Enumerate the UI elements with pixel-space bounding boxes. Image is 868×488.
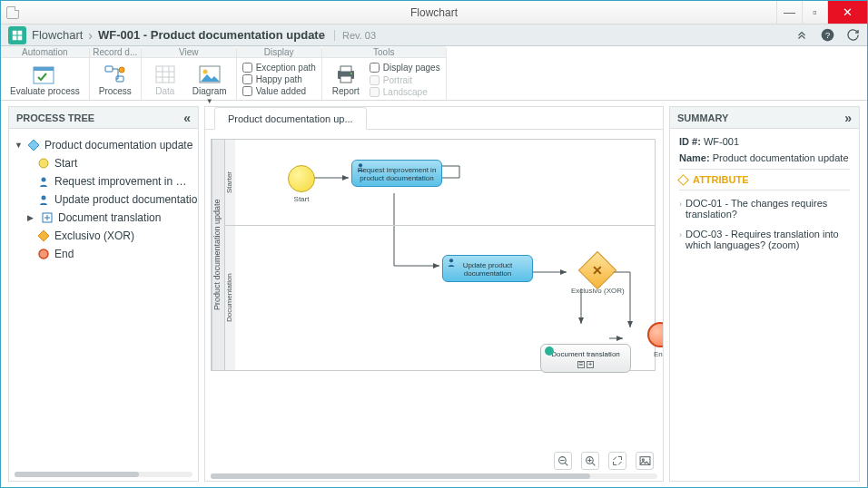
diagram-tab[interactable]: Product documentation up... xyxy=(214,107,367,130)
happy-path-checkbox[interactable]: Happy path xyxy=(242,74,316,84)
process-button[interactable]: Process xyxy=(95,62,135,98)
svg-point-14 xyxy=(39,159,48,168)
summary-panel: SUMMARY » ID #: WF-001 Name: Product doc… xyxy=(669,106,860,482)
app-icon xyxy=(8,26,26,44)
task-update-documentation[interactable]: Update product documentation xyxy=(442,255,533,282)
svg-point-13 xyxy=(350,73,352,74)
header-bar: Flowchart › WF-001 - Product documentati… xyxy=(1,24,867,46)
ribbon-group-title: Record d... xyxy=(90,46,141,58)
report-button[interactable]: Report xyxy=(328,62,364,98)
collapse-right-icon[interactable]: » xyxy=(844,111,852,125)
calendar-check-icon xyxy=(33,63,56,85)
display-pages-checkbox[interactable]: Display pages xyxy=(370,63,440,73)
pool-title: Product documentation update xyxy=(212,140,224,370)
minimize-button[interactable]: — xyxy=(776,1,802,24)
expand-toggle[interactable]: ▶ xyxy=(27,213,36,222)
svg-point-24 xyxy=(642,459,644,461)
maximize-button[interactable]: ▫ xyxy=(802,1,827,24)
end-event[interactable]: End xyxy=(647,322,663,358)
panel-title: SUMMARY xyxy=(677,112,728,123)
user-task-icon xyxy=(447,258,456,267)
exception-path-checkbox[interactable]: Exception path xyxy=(242,63,316,73)
collapse-up-icon[interactable] xyxy=(794,28,809,43)
help-icon[interactable]: ? xyxy=(820,28,834,43)
ribbon-group-tools: Tools Report Display pages Portrait Land… xyxy=(322,48,447,100)
ribbon-group-title: Tools xyxy=(322,46,446,58)
svg-point-16 xyxy=(42,196,46,200)
tree-node-end[interactable]: End xyxy=(15,245,192,263)
svg-point-6 xyxy=(119,67,124,73)
value-added-checkbox[interactable]: Value added xyxy=(242,86,316,96)
start-event[interactable]: Start xyxy=(288,165,315,203)
gateway-xor[interactable]: ✕ Exclusivo (XOR) xyxy=(571,257,625,295)
display-options: Exception path Happy path Value added xyxy=(242,62,316,96)
chevron-right-icon[interactable]: › xyxy=(679,229,682,250)
lane-documentation[interactable]: Documentation Update product documentati… xyxy=(224,226,655,370)
image-export-button[interactable] xyxy=(636,452,654,470)
svg-rect-3 xyxy=(34,67,54,71)
diagram-button[interactable]: Diagram ▼ xyxy=(189,62,231,107)
gateway-icon xyxy=(37,229,50,242)
canvas-horizontal-scrollbar[interactable] xyxy=(211,473,657,479)
process-icon xyxy=(104,63,127,85)
lane-starter[interactable]: Starter Start Request improvement in pro… xyxy=(224,140,655,226)
svg-rect-7 xyxy=(156,66,174,83)
tree-node-xor[interactable]: Exclusivo (XOR) xyxy=(15,227,192,245)
svg-rect-11 xyxy=(340,66,351,72)
summary-header: SUMMARY » xyxy=(670,107,859,129)
ribbon-group-view: View Data Diagram ▼ xyxy=(142,48,237,100)
breadcrumb-root[interactable]: Flowchart xyxy=(32,28,83,42)
expand-toggle[interactable]: ▼ xyxy=(15,141,23,150)
refresh-icon[interactable] xyxy=(845,28,860,43)
tools-options: Display pages Portrait Landscape xyxy=(370,62,440,97)
subprocess-marker-icon xyxy=(545,346,554,356)
bpmn-pool[interactable]: Product documentation update Starter Sta… xyxy=(211,139,656,371)
user-task-icon xyxy=(37,175,50,188)
breadcrumb-separator: › xyxy=(88,28,93,43)
close-button[interactable]: ✕ xyxy=(827,1,867,24)
process-tree: ▼ Product documentation update Start Req… xyxy=(9,129,198,270)
fit-screen-button[interactable] xyxy=(608,452,626,470)
portrait-checkbox: Portrait xyxy=(370,75,440,85)
attribute-item[interactable]: › DOC-01 - The changes requires translat… xyxy=(679,196,850,221)
evaluate-process-button[interactable]: Evaluate process xyxy=(6,62,84,98)
tree-node-start[interactable]: Start xyxy=(15,154,192,172)
ribbon-group-automation: Automation Evaluate process xyxy=(1,48,90,100)
data-button: Data xyxy=(147,62,183,98)
collapse-left-icon[interactable]: « xyxy=(183,111,191,125)
process-node-icon xyxy=(27,139,40,151)
zoom-out-button[interactable] xyxy=(554,452,572,470)
tree-node-update[interactable]: Update product documentation xyxy=(15,190,192,209)
ribbon: Automation Evaluate process Record d... … xyxy=(1,46,867,101)
main-area: PROCESS TREE « ▼ Product documentation u… xyxy=(1,101,867,487)
chevron-right-icon[interactable]: › xyxy=(679,198,682,220)
panel-title: PROCESS TREE xyxy=(16,112,94,123)
attribute-section-header[interactable]: ATTRIBUTE xyxy=(679,169,850,190)
diagram-panel: Product documentation up... Product docu… xyxy=(204,106,664,482)
svg-rect-4 xyxy=(105,66,113,72)
process-tree-header: PROCESS TREE « xyxy=(9,107,198,129)
start-event-icon xyxy=(37,157,50,170)
subprocess-icon xyxy=(41,211,54,224)
svg-point-9 xyxy=(202,70,207,74)
zoom-in-button[interactable] xyxy=(581,452,599,470)
breadcrumb-revision: Rev. 03 xyxy=(334,30,376,41)
svg-rect-12 xyxy=(340,76,351,83)
user-task-icon xyxy=(356,162,365,171)
summary-name: Name: Product documentation update xyxy=(679,152,850,163)
window-buttons: — ▫ ✕ xyxy=(776,1,867,24)
lane-title: Documentation xyxy=(224,226,235,370)
process-tree-panel: PROCESS TREE « ▼ Product documentation u… xyxy=(8,106,199,482)
diagram-canvas[interactable]: Product documentation update Starter Sta… xyxy=(205,130,663,481)
tree-node-doctrans[interactable]: ▶ Document translation xyxy=(15,209,192,227)
subprocess-document-translation[interactable]: Document translation ≡+ xyxy=(540,344,631,373)
task-request-improvement[interactable]: Request improvement in product documenta… xyxy=(351,160,442,187)
user-task-icon xyxy=(37,193,50,206)
tree-node-request[interactable]: Request improvement in product documenta… xyxy=(15,172,192,190)
diamond-icon xyxy=(677,174,689,186)
chevron-down-icon: ▼ xyxy=(206,97,213,105)
svg-point-20 xyxy=(449,259,453,262)
attribute-item[interactable]: › DOC-03 - Requires translation into whi… xyxy=(679,227,850,252)
tree-horizontal-scrollbar[interactable] xyxy=(15,472,192,477)
tree-root[interactable]: ▼ Product documentation update xyxy=(15,136,192,154)
